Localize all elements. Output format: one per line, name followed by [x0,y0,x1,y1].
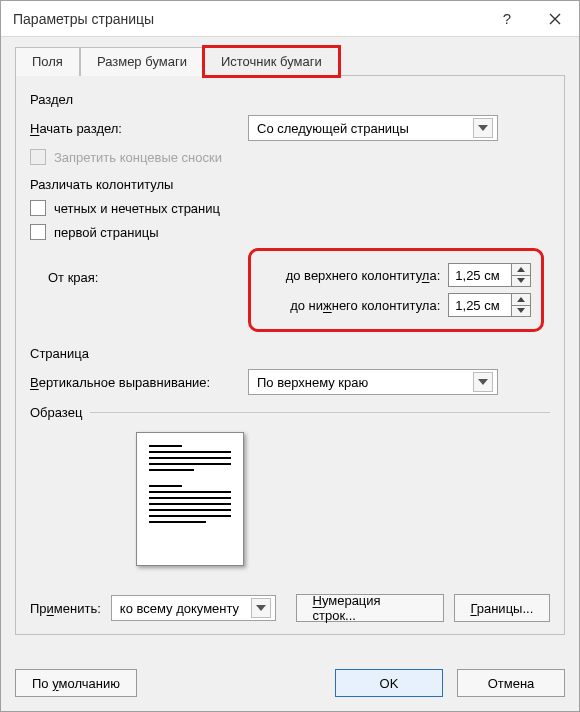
apply-row: Применить: ко всему документу Нумерация … [30,594,550,622]
dialog-title: Параметры страницы [13,11,154,27]
footer-distance-spinner[interactable] [512,293,531,317]
first-page-checkbox[interactable] [30,224,46,240]
suppress-endnotes-row: Запретить концевые сноски [30,149,550,165]
chevron-down-icon [251,598,271,618]
start-section-row: Начать раздел: Со следующей страницы [30,115,550,141]
footer-distance-label: до нижнего колонтитула: [261,298,440,313]
header-distance-label: до верхнего колонтитула: [261,268,440,283]
start-section-label: Начать раздел: [30,121,248,136]
first-page-row: первой страницы [30,224,550,240]
header-distance-input[interactable]: 1,25 см [448,263,512,287]
tab-paper-size[interactable]: Размер бумаги [80,47,204,76]
cancel-button[interactable]: Отмена [457,669,565,697]
dialog-footer: По умолчанию OK Отмена [15,669,565,697]
preview-title: Образец [30,405,82,420]
tab-paper-source[interactable]: Источник бумаги [204,47,339,76]
footer-distance-row: до нижнего колонтитула: 1,25 см [261,293,531,317]
tab-panel: Раздел Начать раздел: Со следующей стран… [15,76,565,635]
apply-label: Применить: [30,601,101,616]
spinner-down-icon[interactable] [512,276,530,287]
start-section-value: Со следующей страницы [257,121,409,136]
spinner-up-icon[interactable] [512,294,530,306]
start-section-combo[interactable]: Со следующей страницы [248,115,498,141]
line-numbers-button[interactable]: Нумерация строк... [296,594,444,622]
valign-combo[interactable]: По верхнему краю [248,369,498,395]
help-button[interactable]: ? [483,1,531,36]
header-distance-row: до верхнего колонтитула: 1,25 см [261,263,531,287]
spinner-down-icon[interactable] [512,306,530,317]
section-title-headers: Различать колонтитулы [30,177,550,192]
suppress-endnotes-label: Запретить концевые сноски [54,150,222,165]
header-footer-highlight: до верхнего колонтитула: 1,25 см до нижн… [248,248,544,332]
odd-even-checkbox[interactable] [30,200,46,216]
odd-even-label: четных и нечетных страниц [54,201,220,216]
dialog-window: Параметры страницы ? Поля Размер бумаги … [0,0,580,712]
valign-row: Вертикальное выравнивание: По верхнему к… [30,369,550,395]
spinner-up-icon[interactable] [512,264,530,276]
chevron-down-icon [473,118,493,138]
valign-label: Вертикальное выравнивание: [30,375,248,390]
titlebar: Параметры страницы ? [1,1,579,37]
tabs: Поля Размер бумаги Источник бумаги [15,47,565,76]
tab-fields[interactable]: Поля [15,47,80,76]
valign-value: По верхнему краю [257,375,368,390]
dialog-content: Поля Размер бумаги Источник бумаги Разде… [1,37,579,645]
first-page-label: первой страницы [54,225,159,240]
page-preview [136,432,244,566]
odd-even-row: четных и нечетных страниц [30,200,550,216]
section-title-page: Страница [30,346,550,361]
footer-distance-input[interactable]: 1,25 см [448,293,512,317]
chevron-down-icon [473,372,493,392]
suppress-endnotes-checkbox [30,149,46,165]
close-icon [549,13,561,25]
preview-section-header: Образец [30,405,550,420]
section-title-razdel: Раздел [30,92,550,107]
default-button[interactable]: По умолчанию [15,669,137,697]
ok-button[interactable]: OK [335,669,443,697]
window-controls: ? [483,1,579,36]
close-button[interactable] [531,1,579,36]
apply-value: ко всему документу [120,601,239,616]
apply-combo[interactable]: ко всему документу [111,595,276,621]
from-edge-label: От края: [48,248,248,285]
borders-button[interactable]: Границы... [454,594,550,622]
from-edge-row: От края: до верхнего колонтитула: 1,25 с… [30,248,550,332]
header-distance-spinner[interactable] [512,263,531,287]
